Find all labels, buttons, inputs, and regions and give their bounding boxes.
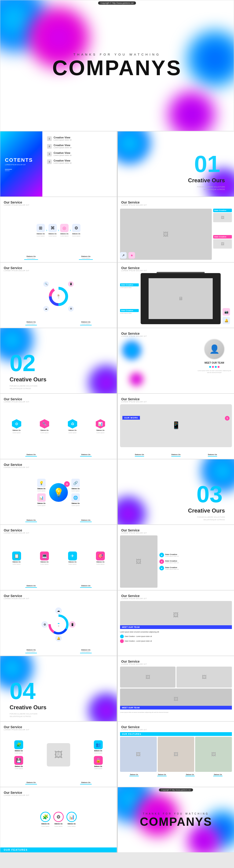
creative-ours-02: Creative Ours <box>9 376 46 383</box>
hex-sub-3: Lorem ipsum <box>68 432 77 433</box>
date-photo: 🖼 <box>120 535 157 588</box>
service-circle-features: Our Service LOREM IPSUM DOLOR SIT 🧩 Dato… <box>0 787 117 852</box>
photo-grid: 🖼 Date Creative 🖼 Date Creative 🖼 <box>120 209 232 260</box>
tagline-3: LOREM IPSUM DOLOR SIT <box>4 270 29 272</box>
fs-line-2 <box>157 776 166 776</box>
hex-label-2: Datoes Us <box>41 429 48 431</box>
contents-items: 1 Creative View Lorem ipsum dolor sit 2 … <box>47 136 71 164</box>
tagline-7: LOREM IPSUM DOLOR SIT <box>4 467 29 468</box>
fp-1: 🖼 <box>120 737 157 772</box>
meet-layout-3: 🖼 🖼 🖼 MEET OUR TEAM Lorem ipsum dolor si… <box>120 666 232 719</box>
stat-line-d2 <box>80 325 92 326</box>
stats-work: Datoes Us Datoes Us Datoes Us <box>121 454 231 457</box>
stats-donut2: Datoes Us Lorem ipsum Datoes Us Lorem ip… <box>4 649 113 653</box>
date-items-2: Date Creative - Lorem ipsum dolor sit Da… <box>120 634 232 643</box>
stat-d1: Datoes Us Lorem ipsum <box>25 321 37 326</box>
sq-sub-4: Lorem ipsum <box>97 563 105 565</box>
service-meet-team-2: Our Service LOREM IPSUM DOLOR SIT 🖼 MEET… <box>118 590 234 656</box>
contents-slide: COTENTS LOREM IPSUM DOLOR SIT 1 Creative… <box>0 131 117 197</box>
desc-03: PORUMCULLABORE SOLLICITUDINSELLENTESQUE … <box>197 516 225 521</box>
slide-03-number: 03 Creative Ours PORUMCULLABORE SOLLICIT… <box>118 459 234 525</box>
icon-sub-1: Lorem ipsum <box>37 235 45 237</box>
icon-label-2: Datoes Us <box>49 233 57 235</box>
item-label-2: Creative View <box>54 144 71 147</box>
item-sub-1: Lorem ipsum dolor sit <box>54 139 71 141</box>
outer-icon-4: ⚙ <box>68 306 74 312</box>
slide-header-5: Our Service LOREM IPSUM DOLOR SIT <box>4 397 29 403</box>
ci-label-1: Datoes Us <box>42 823 49 825</box>
contents-item-2: 2 Creative View Lorem ipsum dolor sit <box>47 144 71 149</box>
ci-sub-1: Lorem ipsum <box>42 826 50 827</box>
blob-tl <box>118 131 151 164</box>
photo-3b: 🖼 <box>177 666 232 688</box>
tagline-2: LOREM IPSUM DOLOR SIT <box>121 204 147 206</box>
hex-item-3: ♻ Datoes Us Lorem ipsum <box>68 419 77 433</box>
meet-photo-icon-2: 🖼 <box>173 612 179 618</box>
date-row-2b: Date Creative - Lorem ipsum dolor sit <box>120 639 232 643</box>
fs-line-3 <box>185 776 195 776</box>
puzzle-icon-2: 💾 <box>14 756 23 765</box>
service-donut2: Our Service LOREM IPSUM DOLOR SIT ☁ ⚙ ☁ … <box>0 590 117 656</box>
meet-photo-2: 🖼 MEET OUR TEAM <box>120 601 232 629</box>
hex-sub-4: Lorem ipsum <box>97 432 105 433</box>
svg-text:⊞: ⊞ <box>58 297 59 299</box>
stat-d2: Datoes Us Lorem ipsum <box>80 321 92 326</box>
contents-item-1: 1 Creative View Lorem ipsum dolor sit <box>47 136 71 141</box>
dot-3 <box>215 366 217 368</box>
service-slide-donut: Our Service LOREM IPSUM DOLOR SIT 🏠 ⊞ 🔍 … <box>0 262 117 328</box>
date-sub-2: Lorem ipsum dolor sit <box>165 562 179 563</box>
icon-star: ★ <box>128 252 135 258</box>
stat-sq1: Datoes Us <box>25 585 37 588</box>
outer-icon-2: 📱 <box>68 281 74 287</box>
icon-rss: ◎ <box>60 224 69 232</box>
stat-sq2: Datoes Us <box>80 585 92 588</box>
team-blob-1 <box>122 341 141 360</box>
slide-header-12: Our Service LOREM IPSUM DOLOR SIT <box>121 659 147 665</box>
stat-sub-d1: Lorem ipsum <box>25 323 37 324</box>
tagline-5: LOREM IPSUM DOLOR SIT <box>4 401 29 403</box>
blob-03-bl <box>118 496 146 525</box>
icon-sub-2: Lorem ipsum <box>48 235 57 237</box>
puzzle-icon-1: 🧩 <box>14 740 23 749</box>
icon-sub-4: Lorem ipsum <box>72 235 80 237</box>
fs-label-1: Datoes Us <box>129 774 139 775</box>
blob-04-br <box>89 693 117 721</box>
icon-gear: ⚙ <box>72 224 80 232</box>
sl-bu1: Datoes Us <box>25 519 37 521</box>
slide-header-3: Our Service LOREM IPSUM DOLOR SIT <box>4 266 29 272</box>
tagline-12: LOREM IPSUM DOLOR SIT <box>121 663 147 665</box>
our-work-bar: OUR WORK <box>122 416 140 420</box>
slide-header-1: Our Service LOREM IPSUM DOLOR SIT <box>4 200 29 206</box>
tagline-15: LOREM IPSUM DOLOR SIT <box>4 795 29 796</box>
ci-sub-2: Lorem ipsum <box>54 826 63 827</box>
puzzle-sub-2: Lorem ipsum <box>15 768 23 769</box>
stat-h2: Datoes Us <box>80 454 92 457</box>
fs-2: Datoes Us <box>157 774 166 776</box>
ci-3: 📊 Datoes Us Lorem ipsum <box>67 812 77 827</box>
service-bulb: Our Service LOREM IPSUM DOLOR SIT 💡 Dato… <box>0 459 117 525</box>
date-creative-label-1: Date Creative <box>213 209 232 212</box>
slide-header-14: Our Service LOREM IPSUM DOLOR SIT <box>121 725 147 731</box>
arrow-2: › <box>58 228 59 232</box>
sq-icon-4: 🎯 <box>96 552 105 560</box>
sq-label-4: Datoes Us <box>97 561 104 563</box>
puzzle-r2: 🔒 Datoes Us Lorem ipsum <box>94 756 103 769</box>
tagline-9: LOREM IPSUM DOLOR SIT <box>121 532 147 534</box>
sline-p1 <box>25 784 37 784</box>
sub-b1: Lorem ipsum <box>37 490 46 492</box>
sq-label-2: Datoes Us <box>41 561 48 563</box>
sl-d22: Datoes Us <box>80 649 92 651</box>
label-l2: Date Creative Lorem ipsum dolor <box>120 309 139 314</box>
contents-item-3: 3 Creative View Lorem ipsum dolor sit <box>47 152 71 156</box>
bulb-right-1: 🔗 Datoes Us Lorem ipsum <box>71 479 80 492</box>
stat-label-2: Datoes Us <box>79 255 93 257</box>
date-creative-label-2: Date Creative <box>213 235 232 239</box>
meet-bottom-2: Lorem ipsum dolor sit amet consectetur a… <box>120 631 232 633</box>
circle-icons: 🧩 Datoes Us Lorem ipsum ⚙ Datoes Us Lore… <box>3 800 114 838</box>
item-sub-3: Lorem ipsum dolor sit <box>54 154 71 156</box>
puzzle-sub-1: Lorem ipsum <box>15 752 23 754</box>
icon-apple: ⌘ <box>48 224 57 232</box>
dot-2 <box>212 366 214 368</box>
hex-icon-1: ⚙ <box>12 419 21 429</box>
stats-bulb: Datoes Us Datoes Us <box>4 519 113 522</box>
